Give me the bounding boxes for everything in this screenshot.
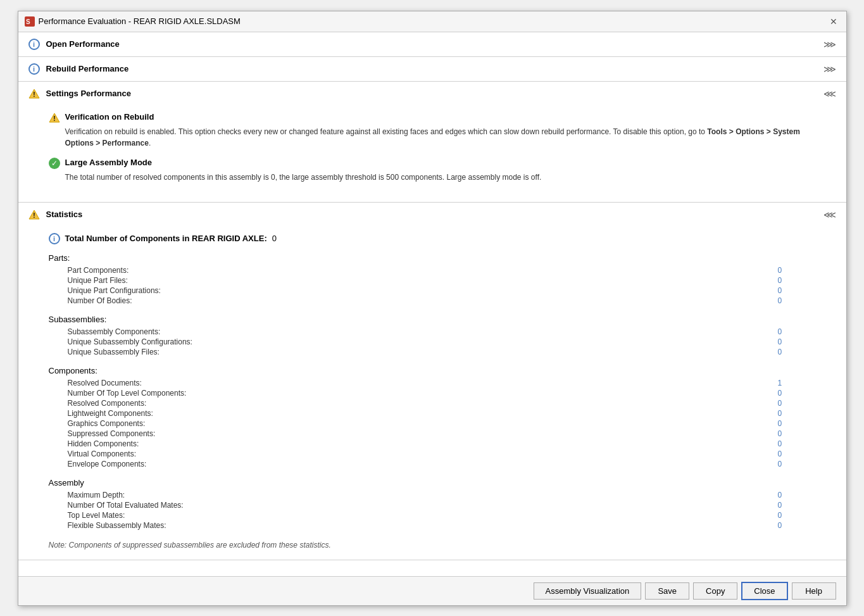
virtual-components-value: 0: [778, 449, 816, 458]
statistics-header-left: ! Statistics: [28, 209, 83, 220]
copy-button[interactable]: Copy: [693, 582, 737, 600]
rebuild-performance-collapse-icon: ⋙: [823, 64, 836, 74]
table-row: Unique Subassembly Files: 0: [49, 347, 816, 357]
settings-performance-header-left: ! Settings Performance: [28, 88, 131, 99]
large-assembly-mode-header: ✓ Large Assembly Mode: [49, 158, 816, 169]
large-assembly-success-icon: ✓: [49, 158, 60, 169]
table-row: Resolved Documents: 1: [49, 378, 816, 388]
svg-text:S: S: [26, 18, 30, 25]
top-level-mates-value: 0: [778, 511, 816, 520]
subassembly-components-value: 0: [778, 327, 816, 336]
verification-on-rebuild-title: Verification on Rebuild: [65, 112, 154, 122]
table-row: Resolved Components: 0: [49, 398, 816, 408]
stats-group-subassemblies: Subassemblies: Subassembly Components: 0…: [49, 315, 816, 357]
table-row: Hidden Components: 0: [49, 439, 816, 449]
assembly-visualization-button[interactable]: Assembly Visualization: [534, 582, 642, 600]
virtual-components-label: Virtual Components:: [68, 449, 778, 458]
envelope-components-value: 0: [778, 460, 816, 468]
resolved-components-value: 0: [778, 399, 816, 408]
unique-subassembly-configs-value: 0: [778, 337, 816, 346]
table-row: Maximum Depth: 0: [49, 490, 816, 500]
title-bar-left: S Performance Evaluation - REAR RIGID AX…: [25, 16, 241, 27]
rebuild-performance-section: i Rebuild Performance ⋙: [18, 57, 846, 82]
rebuild-performance-info-icon: i: [28, 63, 40, 75]
verification-on-rebuild-body: Verification on rebuild is enabled. This…: [65, 126, 816, 149]
save-button[interactable]: Save: [645, 582, 689, 600]
settings-performance-section: ! Settings Performance ⋘ !: [18, 82, 846, 203]
table-row: Number Of Bodies: 0: [49, 296, 816, 306]
footer: Assembly Visualization Save Copy Close H…: [18, 576, 846, 605]
suppressed-components-value: 0: [778, 429, 816, 438]
stats-group-components: Components: Resolved Documents: 1 Number…: [49, 366, 816, 469]
unique-subassembly-files-label: Unique Subassembly Files:: [68, 348, 778, 356]
help-button[interactable]: Help: [792, 582, 836, 600]
lightweight-components-label: Lightweight Components:: [68, 409, 778, 418]
stats-block: i Total Number of Components in REAR RIG…: [49, 233, 816, 550]
table-row: Subassembly Components: 0: [49, 327, 816, 337]
part-components-value: 0: [778, 266, 816, 275]
table-row: Envelope Components: 0: [49, 459, 816, 469]
large-assembly-mode-title: Large Assembly Mode: [65, 158, 153, 167]
large-assembly-mode-subsection: ✓ Large Assembly Mode The total number o…: [49, 158, 816, 183]
window-close-button[interactable]: ✕: [827, 15, 840, 28]
statistics-warning-icon: !: [28, 209, 40, 220]
table-row: Unique Part Files: 0: [49, 275, 816, 286]
stats-group-subassemblies-title: Subassemblies:: [49, 315, 816, 324]
hidden-components-value: 0: [778, 439, 816, 448]
svg-text:!: !: [33, 212, 35, 219]
title-bar: S Performance Evaluation - REAR RIGID AX…: [18, 11, 846, 32]
large-assembly-mode-body: The total number of resolved components …: [65, 172, 816, 183]
hidden-components-label: Hidden Components:: [68, 439, 778, 448]
maximum-depth-value: 0: [778, 491, 816, 500]
table-row: Part Components: 0: [49, 265, 816, 275]
settings-performance-content: ! Verification on Rebuild Verification o…: [18, 106, 846, 202]
lightweight-components-value: 0: [778, 409, 816, 418]
verification-warning-icon: !: [49, 112, 60, 123]
rebuild-performance-title: Rebuild Performance: [46, 64, 129, 73]
table-row: Number Of Top Level Components: 0: [49, 388, 816, 398]
subassembly-components-label: Subassembly Components:: [68, 327, 778, 336]
stats-note: Note: Components of suppressed subassemb…: [49, 541, 816, 550]
suppressed-components-label: Suppressed Components:: [68, 429, 778, 438]
top-level-mates-label: Top Level Mates:: [68, 511, 778, 520]
open-performance-title: Open Performance: [46, 39, 120, 49]
open-performance-header[interactable]: i Open Performance ⋙: [18, 32, 846, 56]
close-button[interactable]: Close: [741, 582, 787, 600]
svg-text:!: !: [53, 115, 55, 122]
stats-group-assembly: Assembly Maximum Depth: 0 Number Of Tota…: [49, 478, 816, 531]
unique-part-configs-value: 0: [778, 286, 816, 295]
part-components-label: Part Components:: [68, 266, 778, 275]
total-evaluated-mates-value: 0: [778, 501, 816, 510]
rebuild-performance-header[interactable]: i Rebuild Performance ⋙: [18, 57, 846, 81]
flexible-subassembly-mates-value: 0: [778, 521, 816, 530]
statistics-title: Statistics: [46, 210, 83, 219]
resolved-components-label: Resolved Components:: [68, 399, 778, 408]
statistics-section: ! Statistics ⋘ i Total Number of Compone…: [18, 203, 846, 560]
stats-group-parts: Parts: Part Components: 0 Unique Part Fi…: [49, 253, 816, 306]
open-performance-header-left: i Open Performance: [28, 39, 120, 50]
settings-performance-header[interactable]: ! Settings Performance ⋘: [18, 82, 846, 106]
window-title: Performance Evaluation - REAR RIGID AXLE…: [39, 16, 241, 26]
table-row: Suppressed Components: 0: [49, 429, 816, 439]
stats-group-parts-title: Parts:: [49, 253, 816, 263]
stats-total-info-icon: i: [49, 233, 60, 244]
open-performance-collapse-icon: ⋙: [823, 39, 836, 49]
statistics-header[interactable]: ! Statistics ⋘: [18, 203, 846, 227]
top-level-components-label: Number Of Top Level Components:: [68, 389, 778, 398]
flexible-subassembly-mates-label: Flexible Subassembly Mates:: [68, 521, 778, 530]
open-performance-info-icon: i: [28, 39, 40, 50]
unique-part-files-value: 0: [778, 276, 816, 285]
number-of-bodies-value: 0: [778, 296, 816, 305]
table-row: Unique Subassembly Configurations: 0: [49, 337, 816, 347]
settings-performance-title: Settings Performance: [46, 89, 131, 98]
graphics-components-value: 0: [778, 419, 816, 428]
unique-subassembly-configs-label: Unique Subassembly Configurations:: [68, 337, 778, 346]
table-row: Number Of Total Evaluated Mates: 0: [49, 500, 816, 510]
table-row: Flexible Subassembly Mates: 0: [49, 520, 816, 531]
unique-part-configs-label: Unique Part Configurations:: [68, 286, 778, 295]
rebuild-performance-header-left: i Rebuild Performance: [28, 63, 129, 75]
content-area: i Open Performance ⋙ i Rebuild Performan…: [18, 32, 846, 576]
unique-part-files-label: Unique Part Files:: [68, 276, 778, 285]
settings-performance-warning-icon: !: [28, 88, 40, 99]
stats-group-assembly-title: Assembly: [49, 478, 816, 487]
